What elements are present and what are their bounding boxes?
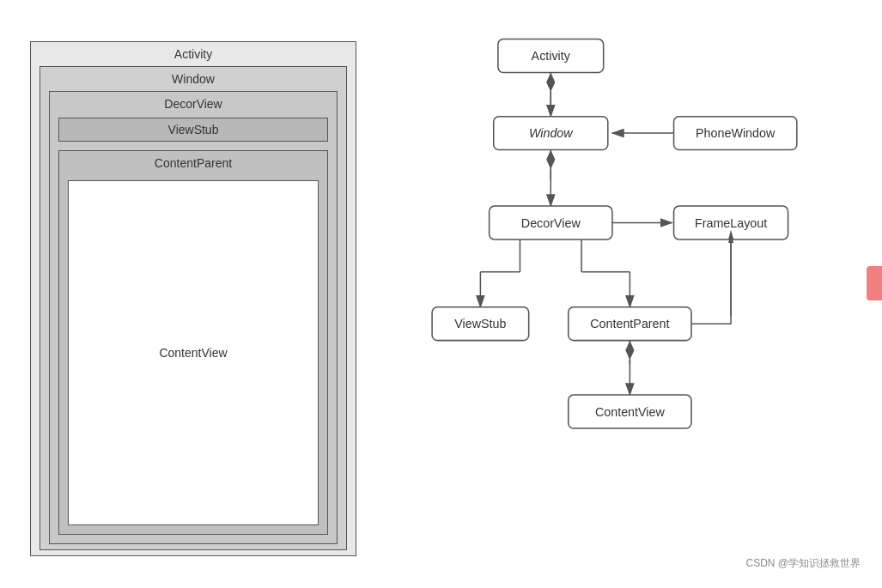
box-contentparent: ContentParent ContentView [58,150,328,535]
right-diagram: Activity Window PhoneWindow DecorView [395,17,873,579]
viewstub-label: ViewStub [168,123,219,136]
contentparent-label: ContentParent [59,151,327,172]
node-window-label: Window [529,126,574,140]
node-contentparent-label: ContentParent [590,317,669,330]
svg-marker-31 [625,341,634,361]
flowchart-svg: Activity Window PhoneWindow DecorView [395,17,873,579]
svg-marker-12 [546,150,555,170]
window-label: Window [40,67,346,88]
node-activity-label: Activity [532,49,571,63]
node-contentview-label: ContentView [595,405,666,419]
node-phonewindow-label: PhoneWindow [696,126,776,140]
left-diagram: Activity Window DecorView ViewStub Conte… [9,17,378,579]
activity-label: Activity [31,42,356,63]
box-viewstub: ViewStub [58,118,328,142]
svg-marker-6 [546,72,555,92]
watermark: CSDN @学知识拯救世界 [745,556,861,571]
main-container: Activity Window DecorView ViewStub Conte… [0,0,882,588]
box-window: Window DecorView ViewStub ContentParent … [40,66,347,550]
red-tab[interactable] [867,266,882,300]
node-framelayout-label: FrameLayout [695,216,767,230]
node-decorview-label: DecorView [521,216,581,230]
box-decorview: DecorView ViewStub ContentParent Content… [49,91,338,544]
box-activity: Activity Window DecorView ViewStub Conte… [30,41,356,556]
decorview-label: DecorView [50,92,337,112]
box-contentview: ContentView [68,180,319,525]
contentview-label: ContentView [159,346,227,360]
node-viewstub-label: ViewStub [454,317,506,330]
